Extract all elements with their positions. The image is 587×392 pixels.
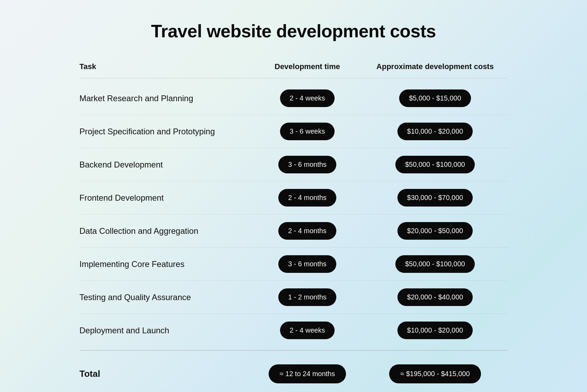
task-name: Testing and Quality Assurance [79, 293, 252, 302]
table-row: Testing and Quality Assurance 1 - 2 mont… [79, 281, 508, 314]
total-row: Total ≈ 12 to 24 months ≈ $195,000 - $41… [79, 357, 508, 390]
col-cost-header: Approximate development costs [363, 62, 508, 71]
time-badge: 3 - 6 weeks [280, 123, 335, 140]
cost-cell: $50,000 - $100,000 [363, 255, 508, 273]
task-name: Backend Development [79, 160, 252, 170]
cost-cell: $10,000 - $20,000 [363, 322, 508, 339]
cost-badge: $50,000 - $100,000 [395, 156, 475, 173]
time-cell: 2 - 4 months [252, 189, 363, 207]
time-badge: 2 - 4 months [278, 222, 336, 240]
time-badge: 2 - 4 weeks [280, 89, 335, 107]
task-name: Market Research and Planning [79, 94, 252, 103]
total-cost-badge: ≈ $195,000 - $415,000 [389, 364, 481, 383]
cost-cell: $20,000 - $50,000 [363, 222, 508, 240]
time-cell: 2 - 4 months [252, 222, 363, 240]
cost-badge: $50,000 - $100,000 [395, 255, 475, 273]
time-badge: 3 - 6 months [278, 255, 336, 273]
time-badge: 3 - 6 months [278, 156, 336, 173]
table-row: Market Research and Planning 2 - 4 weeks… [79, 82, 508, 115]
cost-badge: $5,000 - $15,000 [399, 89, 471, 107]
total-label: Total [79, 369, 252, 379]
task-name: Deployment and Launch [79, 326, 252, 335]
cost-cell: $20,000 - $40,000 [363, 288, 508, 306]
task-name: Implementing Core Features [79, 259, 252, 269]
col-time-header: Development time [252, 62, 363, 71]
cost-cell: $5,000 - $15,000 [363, 89, 508, 107]
total-divider [79, 350, 508, 351]
table-row: Deployment and Launch 2 - 4 weeks $10,00… [79, 314, 508, 347]
table-row: Data Collection and Aggregation 2 - 4 mo… [79, 214, 508, 248]
cost-cell: $10,000 - $20,000 [363, 123, 508, 140]
main-container: Travel website development costs Task De… [52, 0, 535, 392]
col-task-header: Task [79, 62, 252, 71]
cost-badge: $20,000 - $50,000 [397, 222, 473, 240]
cost-table: Task Development time Approximate develo… [79, 62, 508, 390]
time-cell: 3 - 6 months [252, 156, 363, 173]
cost-cell: $50,000 - $100,000 [363, 156, 508, 173]
cost-badge: $10,000 - $20,000 [397, 322, 473, 339]
time-badge: 2 - 4 weeks [280, 322, 335, 339]
total-time-cell: ≈ 12 to 24 months [252, 364, 363, 383]
cost-badge: $20,000 - $40,000 [397, 288, 473, 306]
time-badge: 1 - 2 months [278, 288, 336, 306]
page-title: Travel website development costs [79, 21, 508, 41]
cost-cell: $30,000 - $70,000 [363, 189, 508, 207]
time-badge: 2 - 4 months [278, 189, 336, 207]
cost-badge: $30,000 - $70,000 [397, 189, 473, 207]
table-row: Backend Development 3 - 6 months $50,000… [79, 148, 508, 181]
total-time-badge: ≈ 12 to 24 months [269, 364, 346, 383]
table-row: Implementing Core Features 3 - 6 months … [79, 248, 508, 281]
table-header: Task Development time Approximate develo… [79, 62, 508, 78]
time-cell: 2 - 4 weeks [252, 89, 363, 107]
table-row: Project Specification and Prototyping 3 … [79, 115, 508, 148]
cost-badge: $10,000 - $20,000 [397, 123, 473, 140]
time-cell: 2 - 4 weeks [252, 322, 363, 339]
total-cost-cell: ≈ $195,000 - $415,000 [363, 364, 508, 383]
time-cell: 3 - 6 months [252, 255, 363, 273]
time-cell: 3 - 6 weeks [252, 123, 363, 140]
task-name: Project Specification and Prototyping [79, 127, 252, 136]
task-name: Frontend Development [79, 193, 252, 203]
table-row: Frontend Development 2 - 4 months $30,00… [79, 181, 508, 214]
time-cell: 1 - 2 months [252, 288, 363, 306]
table-body: Market Research and Planning 2 - 4 weeks… [79, 82, 508, 347]
task-name: Data Collection and Aggregation [79, 226, 252, 236]
